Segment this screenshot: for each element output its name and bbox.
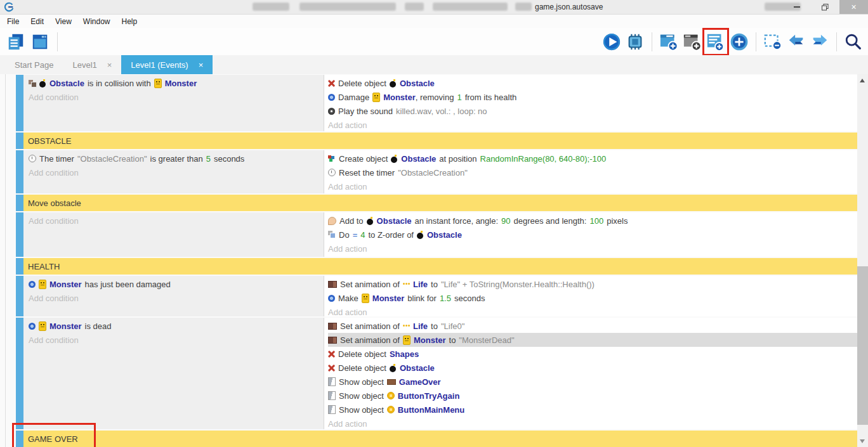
event-line[interactable]: The timer"ObstacleCreation"is greater th… (29, 152, 324, 165)
show-icon (328, 391, 336, 400)
menu-item-help[interactable]: Help (116, 15, 143, 28)
event-text: "ObstacleCreation" (77, 154, 147, 164)
bomb-icon (39, 79, 46, 87)
event-line[interactable]: Set animation ofMonsterto"MonsterDead" (328, 333, 857, 347)
event-line[interactable]: Add toObstaclean instant force, angle:90… (328, 214, 857, 228)
object-name: Obstacle (49, 79, 84, 88)
bomb-icon (367, 217, 374, 225)
add-event-button[interactable] (705, 30, 727, 53)
group-header-game-over[interactable]: GAME OVER (23, 431, 857, 447)
show-icon (328, 377, 336, 386)
event-line[interactable]: Create objectObstacleat positionRandomIn… (328, 152, 857, 165)
event-selection-bar[interactable] (16, 212, 23, 257)
minimize-button[interactable] (782, 0, 811, 14)
event-line[interactable]: Monsteris dead (29, 319, 324, 333)
restore-button[interactable] (811, 0, 839, 14)
scroll-up-arrow-icon[interactable] (860, 79, 865, 82)
search-icon (844, 32, 863, 51)
scrollbar-thumb[interactable] (857, 266, 868, 425)
add-action-button[interactable]: Add action (328, 305, 857, 316)
tab-close-icon[interactable]: × (199, 60, 204, 70)
event-line[interactable]: Show objectGameOver (328, 375, 857, 389)
tab-level1-events[interactable]: Level1 (Events)× (121, 55, 213, 74)
event-line[interactable]: Reset the timer"ObstacleCreation" (328, 165, 857, 179)
event-selection-bar[interactable] (16, 150, 23, 193)
placeholder-label: Add condition (29, 168, 79, 178)
add-condition-button[interactable]: Add condition (29, 214, 324, 228)
add-action-button[interactable]: Add action (328, 118, 857, 131)
actions-column: Set animation ofLifeto"Life0"Set animati… (324, 318, 857, 429)
tab-label: Start Page (15, 60, 53, 70)
event-line[interactable]: Obstacleis in collision withMonster (29, 76, 324, 90)
object-name: Monster (49, 321, 82, 331)
monster-icon (39, 280, 46, 289)
event-line[interactable]: Do=4to Z-order ofObstacle (328, 228, 857, 242)
event-line[interactable]: Delete objectObstacle (328, 76, 857, 90)
group-header-move-obstacle[interactable]: Move obstacle (23, 195, 857, 211)
event-selection-bar[interactable] (16, 75, 23, 131)
bomb-icon (417, 231, 424, 239)
menu-item-view[interactable]: View (49, 15, 77, 28)
group-header-obstacle[interactable]: OBSTACLE (23, 133, 857, 149)
event-line[interactable]: Set animation ofLifeto"Life0" (328, 319, 857, 333)
event-selection-bar[interactable] (16, 431, 23, 447)
close-icon: × (851, 3, 856, 11)
conditions-column: Monsterhas just been damagedAdd conditio… (23, 276, 324, 316)
object-name: Monster (414, 335, 446, 345)
scroll-down-arrow-icon[interactable] (860, 439, 865, 443)
add-condition-button[interactable]: Add condition (29, 291, 324, 305)
close-button[interactable]: × (839, 0, 868, 14)
project-manager-button[interactable] (5, 30, 27, 53)
add-event-icon (706, 32, 725, 51)
event-selection-bar[interactable] (16, 318, 23, 429)
event-selection-bar[interactable] (16, 133, 23, 149)
event-text: pixels (607, 216, 628, 226)
redo-button[interactable] (809, 30, 831, 53)
event-line[interactable]: Play the soundkilled.wav, vol.: , loop: … (328, 104, 857, 118)
add-action-button[interactable]: Add action (328, 242, 857, 256)
zorder-icon (328, 231, 336, 238)
event-text: Set animation of (340, 335, 400, 345)
vertical-scrollbar[interactable] (857, 74, 868, 447)
event-line[interactable]: Show objectButtonTryAgain (328, 389, 857, 403)
tab-close-icon[interactable]: × (107, 60, 112, 70)
event-line[interactable]: MakeMonsterblink for1.5seconds (328, 291, 857, 305)
menu-item-window[interactable]: Window (77, 15, 116, 28)
event-text: to (431, 321, 438, 331)
placeholder-label: Add condition (29, 335, 79, 345)
event-text: Do (339, 230, 350, 240)
event-text: has just been damaged (85, 280, 171, 289)
add-condition-button[interactable]: Add condition (29, 165, 324, 179)
window-title: game.json.autosave (535, 3, 603, 11)
play-button[interactable] (601, 30, 622, 53)
event-line[interactable]: Monsterhas just been damaged (29, 277, 324, 291)
damage-icon (29, 281, 36, 288)
event-selection-bar[interactable] (16, 276, 23, 316)
tab-start-page[interactable]: Start Page (5, 55, 63, 74)
add-object-group-button[interactable] (681, 30, 703, 53)
group-header-health[interactable]: HEALTH (23, 258, 857, 275)
menu-item-file[interactable]: File (1, 15, 25, 28)
event-line[interactable]: DamageMonster, removing1from its health (328, 90, 857, 104)
debug-button[interactable] (624, 30, 646, 53)
event-line[interactable]: Set animation ofLifeto"Life" + ToString(… (328, 277, 857, 291)
add-button[interactable] (728, 30, 750, 53)
tab-level1[interactable]: Level1× (63, 55, 121, 74)
start-page-button[interactable] (29, 30, 51, 53)
event-text: The timer (39, 154, 74, 164)
remove-selection-button[interactable] (762, 30, 784, 53)
add-condition-button[interactable]: Add condition (29, 333, 324, 347)
add-object-button[interactable] (658, 30, 680, 53)
add-action-button[interactable]: Add action (328, 417, 857, 429)
event-line[interactable]: Show objectButtonMainMenu (328, 403, 857, 417)
menu-item-edit[interactable]: Edit (25, 15, 49, 28)
undo-button[interactable] (786, 30, 807, 53)
search-button[interactable] (843, 30, 864, 53)
add-action-button[interactable]: Add action (328, 179, 857, 193)
event-line[interactable]: Delete objectShapes (328, 347, 857, 361)
event-line[interactable]: Delete objectObstacle (328, 361, 857, 375)
event-selection-bar[interactable] (16, 258, 23, 275)
placeholder-label: Add condition (29, 216, 79, 226)
event-selection-bar[interactable] (16, 195, 23, 211)
add-condition-button[interactable]: Add condition (29, 90, 324, 104)
